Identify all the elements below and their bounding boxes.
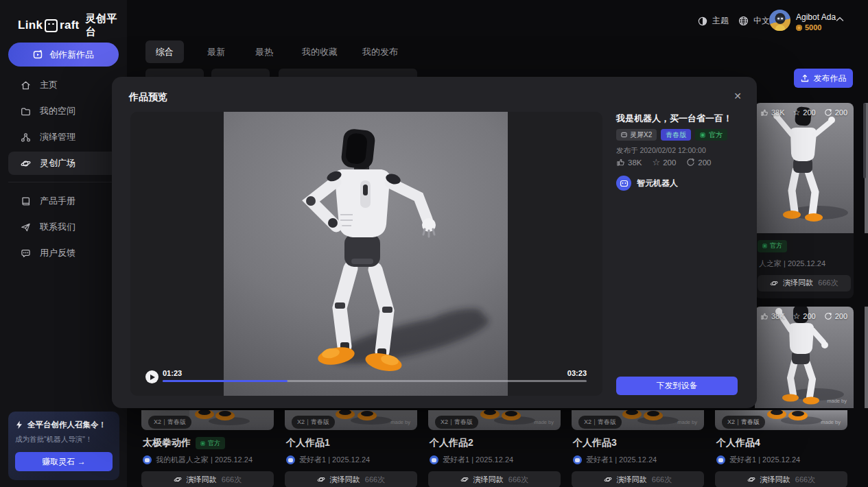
tab-label: 我的收藏 bbox=[302, 46, 338, 58]
replay-same-button[interactable]: 演绎同款 666次 bbox=[572, 471, 704, 487]
author-avatar bbox=[143, 455, 152, 464]
close-icon[interactable]: ✕ bbox=[728, 86, 747, 106]
deploy-to-device-button[interactable]: 下发到设备 bbox=[616, 377, 738, 395]
card-byline: 我的机器人之家 | 2025.12.24 bbox=[141, 455, 274, 465]
coin-balance: 5000 bbox=[796, 23, 821, 32]
card-info: 官方 人之家 | 2025.12.24 演绎同款 666次 bbox=[755, 233, 854, 298]
sidebar-item-home[interactable]: 主页 bbox=[8, 73, 119, 97]
theme-icon bbox=[698, 16, 707, 26]
replay-count: 666次 bbox=[222, 475, 242, 485]
feedback-chat-icon bbox=[21, 248, 31, 259]
grid-card-partial-top[interactable]: 38K ☆ 200 200 官方 人之家 | 2025.12.24 演绎同款 6… bbox=[755, 103, 854, 298]
tab-hottest[interactable]: 最热 bbox=[255, 40, 273, 63]
work-stats: 38K ☆ 200 200 bbox=[616, 158, 712, 167]
grid-card-personal-2[interactable]: X2｜青春版 made by 个人作品2 爱好者1 | 2025.12.24 演… bbox=[428, 410, 561, 487]
byline-text: 爱好者1 | 2025.12.24 bbox=[443, 455, 513, 465]
sidebar-divider bbox=[8, 182, 119, 182]
card-byline: 爱好者1 | 2025.12.24 bbox=[715, 455, 847, 465]
publish-work-button[interactable]: 发布作品 bbox=[794, 69, 853, 88]
publish-button-label: 发布作品 bbox=[814, 73, 847, 84]
thumbs-up-icon bbox=[760, 312, 769, 320]
byline-text: 我的机器人之家 | 2025.12.24 bbox=[156, 455, 253, 465]
grid-card-taiji[interactable]: X2｜青春版 太极拳动作 官方 我的机器人之家 | 2025.12.24 演绎同… bbox=[141, 410, 274, 487]
star-icon: ☆ bbox=[793, 108, 801, 117]
tab-newest[interactable]: 最新 bbox=[207, 40, 225, 63]
card-title: 个人作品4 bbox=[716, 437, 760, 449]
sidebar-item-user-feedback[interactable]: 用户反馈 bbox=[8, 241, 119, 265]
username: Agibot Ada bbox=[796, 12, 836, 22]
official-dot-icon bbox=[762, 244, 767, 248]
sidebar-item-product-manual[interactable]: 产品手册 bbox=[8, 189, 119, 213]
replay-same-button[interactable]: 演绎同款 666次 bbox=[715, 471, 847, 487]
sidebar-item-label: 产品手册 bbox=[40, 195, 75, 207]
replay-same-button[interactable]: 演绎同款 666次 bbox=[428, 471, 561, 487]
shares-count: 200 bbox=[698, 158, 711, 167]
official-tag: 官方 bbox=[695, 129, 727, 141]
card-title: 个人作品3 bbox=[573, 437, 617, 449]
grid-card-personal-3[interactable]: X2｜青春版 made by 个人作品3 爱好者1 | 2025.12.24 演… bbox=[572, 410, 704, 487]
earn-lingshi-button[interactable]: 赚取灵石 → bbox=[15, 452, 113, 471]
play-button[interactable] bbox=[145, 370, 159, 383]
card-byline: 爱好者1 | 2025.12.24 bbox=[572, 455, 704, 465]
robot-face-icon bbox=[620, 179, 629, 188]
tab-my-publications[interactable]: 我的发布 bbox=[362, 40, 398, 63]
language-switcher[interactable]: 中文 bbox=[738, 15, 770, 27]
sidebar-item-label: 用户反馈 bbox=[40, 247, 75, 259]
work-title: 我是机器人，买一台省一百！ bbox=[616, 112, 747, 125]
sidebar-item-performance-management[interactable]: 演绎管理 bbox=[8, 126, 119, 149]
official-label: 官方 bbox=[770, 241, 782, 250]
stars-stat[interactable]: ☆ 200 bbox=[652, 158, 676, 167]
video-player[interactable]: 01:23 03:23 bbox=[130, 112, 602, 396]
card-title-row: 个人作品3 bbox=[572, 437, 704, 449]
grid-card-partial-bottom[interactable]: 38K ☆ 200 200 made by bbox=[755, 307, 854, 408]
sidebar-item-label: 灵创广场 bbox=[40, 157, 75, 169]
author-row[interactable]: 智元机器人 bbox=[616, 176, 678, 191]
watermark: made by bbox=[390, 419, 410, 425]
edition-badge: X2｜青春版 bbox=[148, 416, 191, 429]
upload-icon bbox=[801, 74, 809, 82]
card-thumbnail: X2｜青春版 made by bbox=[715, 410, 847, 430]
theme-toggle[interactable]: 主题 bbox=[698, 15, 729, 27]
logo-text-suffix: raft bbox=[60, 19, 80, 32]
tab-label: 最热 bbox=[255, 46, 273, 58]
card-thumbnail: X2｜青春版 bbox=[141, 410, 274, 430]
scrollbar-thumb[interactable] bbox=[863, 103, 866, 178]
replay-same-button[interactable]: 演绎同款 666次 bbox=[141, 471, 274, 487]
coin-icon bbox=[796, 25, 802, 31]
tab-my-favorites[interactable]: 我的收藏 bbox=[302, 40, 338, 63]
sidebar-item-my-space[interactable]: 我的空间 bbox=[8, 99, 119, 123]
grid-card-personal-1[interactable]: X2｜青春版 made by 个人作品1 爱好者1 | 2025.12.24 演… bbox=[285, 410, 417, 487]
create-new-work-button[interactable]: 创作新作品 bbox=[8, 43, 119, 67]
replay-label: 演绎同款 bbox=[473, 475, 504, 485]
current-time: 01:23 bbox=[163, 369, 182, 377]
replay-same-button[interactable]: 演绎同款 666次 bbox=[758, 275, 851, 292]
likes-count: 38K bbox=[771, 108, 785, 117]
edition-badge: X2｜青春版 bbox=[578, 416, 622, 429]
create-button-label: 创作新作品 bbox=[49, 49, 94, 61]
grid-card-personal-4[interactable]: X2｜青春版 made by 个人作品4 爱好者1 | 2025.12.24 演… bbox=[715, 410, 847, 487]
edition-tag: 青春版 bbox=[661, 129, 691, 141]
replay-count: 666次 bbox=[818, 278, 838, 288]
byline-text: 爱好者1 | 2025.12.24 bbox=[729, 455, 800, 465]
book-icon bbox=[21, 196, 31, 206]
edition-badge: X2｜青春版 bbox=[435, 416, 478, 429]
theme-label: 主题 bbox=[712, 15, 729, 27]
stars-count: 200 bbox=[803, 108, 815, 117]
replay-count: 666次 bbox=[365, 475, 385, 485]
card-thumbnail: X2｜青春版 made by bbox=[285, 410, 417, 430]
sidebar-item-contact-us[interactable]: 联系我们 bbox=[8, 215, 119, 239]
progress-bar[interactable] bbox=[163, 380, 587, 382]
globe-icon bbox=[738, 16, 749, 26]
stars-count: 200 bbox=[803, 312, 815, 320]
byline-text: 人之家 | 2025.12.24 bbox=[759, 259, 825, 269]
sidebar: Link raft 灵创平台 创作新作品 主页 我的空间 演绎管理 灵创广场 产… bbox=[0, 0, 127, 487]
user-menu-caret[interactable] bbox=[836, 16, 844, 22]
tab-comprehensive[interactable]: 综合 bbox=[145, 40, 184, 63]
shares-stat[interactable]: 200 bbox=[686, 158, 711, 167]
replay-same-button[interactable]: 演绎同款 666次 bbox=[285, 471, 417, 487]
sidebar-item-lingchuang-plaza[interactable]: 灵创广场 bbox=[8, 152, 119, 175]
work-preview-modal: 作品预览 ✕ bbox=[112, 77, 757, 408]
user-avatar[interactable] bbox=[769, 10, 790, 31]
card-title: 个人作品2 bbox=[430, 437, 473, 449]
device-tag-label: 灵犀X2 bbox=[630, 130, 652, 140]
